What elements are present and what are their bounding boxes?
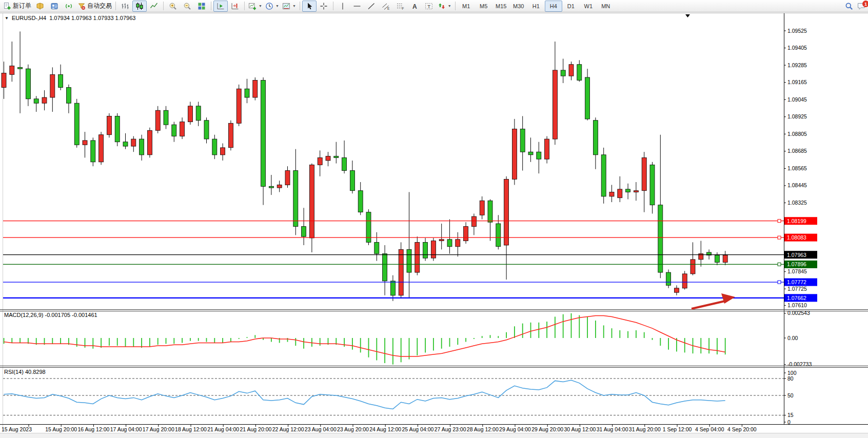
search-icon xyxy=(845,2,853,10)
candle-up xyxy=(285,171,290,185)
svg-text:E: E xyxy=(387,7,390,10)
quotes-button[interactable] xyxy=(33,1,47,12)
candle-down xyxy=(488,201,492,222)
tf-m30-button[interactable]: M30 xyxy=(510,1,527,12)
toolbar-separator xyxy=(163,2,164,10)
horizontal-scrollbar[interactable] xyxy=(0,433,868,438)
equidistant-channel-button[interactable]: E xyxy=(379,1,393,12)
candle-down xyxy=(650,165,655,205)
search-button[interactable] xyxy=(845,2,853,10)
signals-button[interactable] xyxy=(62,1,76,12)
candle-up xyxy=(399,249,403,295)
new-order-button[interactable]: 新订单 xyxy=(2,1,33,12)
periods-button[interactable]: ▼ xyxy=(264,1,281,12)
time-axis: 15 Aug 202315 Aug 20:0016 Aug 12:0017 Au… xyxy=(2,425,757,432)
text-button[interactable]: A xyxy=(407,1,422,12)
price-tick-label: 1.08925 xyxy=(787,113,807,120)
toolbar-separator xyxy=(300,2,300,10)
tf-mn-button[interactable]: MN xyxy=(597,1,615,12)
price-tick-label: 1.08445 xyxy=(787,182,807,188)
time-tick-label: 31 Aug 04:00 xyxy=(597,426,628,432)
auto-scroll-button[interactable] xyxy=(213,1,228,12)
candle-down xyxy=(245,89,249,97)
price-line-axis-label-text: 1.08083 xyxy=(787,234,806,241)
tf-d1-button[interactable]: D1 xyxy=(562,1,580,12)
tf-h4-button[interactable]: H4 xyxy=(545,1,562,12)
price-tick-label: 1.08685 xyxy=(787,148,807,154)
mt4-window: { "toolbar": { "groups": [ {"name":"trad… xyxy=(0,0,868,438)
chevron-down-icon[interactable]: ▼ xyxy=(259,4,262,8)
chart-title-ohlc: 1.07934 1.07963 1.07933 1.07963 xyxy=(49,15,135,21)
bars-icon xyxy=(121,2,129,10)
zoom-in-icon xyxy=(169,2,177,10)
zoom-in-button[interactable] xyxy=(166,1,180,12)
time-tick-label: 28 Aug 12:00 xyxy=(467,426,499,432)
notifications-button[interactable]: 1 xyxy=(857,2,865,10)
crosshair-button[interactable] xyxy=(317,1,331,12)
candle-up xyxy=(471,216,476,227)
candle-up xyxy=(277,185,282,188)
macd-axis-label: 0.00 xyxy=(787,335,798,341)
line-handle[interactable] xyxy=(778,220,781,223)
candlestick-chart-button[interactable] xyxy=(132,1,147,12)
svg-text:T: T xyxy=(427,3,430,9)
candle-down xyxy=(715,255,719,263)
candle-down xyxy=(383,254,387,281)
candle-up xyxy=(512,129,517,180)
candle-up xyxy=(221,148,225,155)
tf-w1-button[interactable]: W1 xyxy=(580,1,597,12)
candle-up xyxy=(188,106,192,122)
text-label-button[interactable]: T xyxy=(422,1,436,12)
candle-up xyxy=(415,242,420,272)
chart-shift-button[interactable] xyxy=(228,1,242,12)
line-handle[interactable] xyxy=(778,263,781,266)
cursor-button[interactable] xyxy=(302,1,317,12)
fibonacci-button[interactable]: F xyxy=(393,1,407,12)
tf-m1-button[interactable]: M1 xyxy=(458,1,475,12)
bar-chart-button[interactable] xyxy=(118,1,132,12)
chevron-down-icon[interactable]: ▼ xyxy=(292,4,296,8)
arrows-button[interactable]: ▼ xyxy=(436,1,453,12)
time-tick-label: 31 Aug 20:00 xyxy=(629,426,661,432)
tf-h1-button[interactable]: H1 xyxy=(527,1,545,12)
candle-down xyxy=(423,242,428,258)
candle-down xyxy=(74,103,79,145)
time-tick-label: 4 Sep 20:00 xyxy=(727,426,757,432)
vertical-line-button[interactable] xyxy=(336,1,350,12)
candle-down xyxy=(342,157,347,170)
time-tick-label: 29 Aug 04:00 xyxy=(499,426,531,432)
tile-icon xyxy=(198,2,206,10)
candle-up xyxy=(456,240,460,247)
candle-down xyxy=(561,70,565,76)
autoscroll-icon xyxy=(216,2,225,10)
horizontal-line-button[interactable] xyxy=(350,1,364,12)
crosshair-icon xyxy=(320,2,328,10)
line-handle[interactable] xyxy=(778,281,781,284)
profiles-button[interactable] xyxy=(47,1,62,12)
price-tick-label: 1.07725 xyxy=(787,286,807,292)
chevron-down-icon[interactable]: ▼ xyxy=(448,4,451,8)
time-tick-label: 16 Aug 12:00 xyxy=(77,426,109,432)
indicators-button[interactable]: ▼ xyxy=(247,1,264,12)
zoom-out-button[interactable] xyxy=(180,1,194,12)
rsi-axis-label: 15 xyxy=(787,412,794,418)
autotrading-button[interactable]: 自动交易 xyxy=(76,1,113,12)
line-handle[interactable] xyxy=(778,236,781,239)
tf-m15-button[interactable]: M15 xyxy=(492,1,510,12)
candle-down xyxy=(520,129,525,152)
tile-windows-button[interactable] xyxy=(194,1,209,12)
templates-button[interactable]: ▼ xyxy=(281,1,298,12)
tf-m5-button[interactable]: M5 xyxy=(475,1,492,12)
candle-up xyxy=(155,110,160,130)
candle-down xyxy=(204,121,209,139)
candle-up xyxy=(723,255,727,263)
price-chart-canvas[interactable]: 1.095251.094051.092851.091651.090451.089… xyxy=(0,0,868,438)
trendline-button[interactable] xyxy=(364,1,379,12)
chart-title[interactable]: ▼ EURUSD-,H4 1.07934 1.07963 1.07933 1.0… xyxy=(5,15,135,21)
chevron-down-icon[interactable]: ▼ xyxy=(275,4,279,8)
candle-up xyxy=(682,274,687,288)
line-chart-button[interactable] xyxy=(147,1,161,12)
symbol-dropdown-icon[interactable]: ▼ xyxy=(5,16,9,21)
candle-down xyxy=(123,142,128,146)
price-tick-label: 1.07845 xyxy=(787,268,807,274)
